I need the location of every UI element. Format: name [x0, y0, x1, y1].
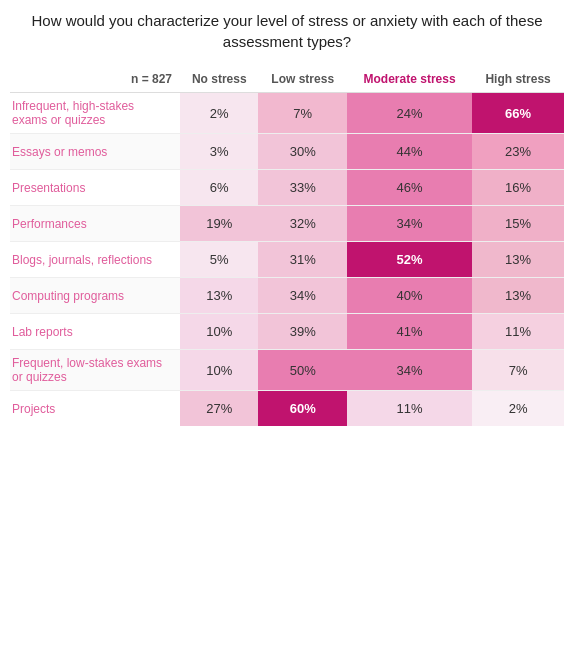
cell-value: 5%: [180, 242, 258, 278]
col-high-stress: High stress: [472, 66, 564, 93]
row-label: Blogs, journals, reflections: [10, 242, 180, 278]
row-label: Essays or memos: [10, 134, 180, 170]
row-label: Performances: [10, 206, 180, 242]
cell-value: 34%: [258, 278, 346, 314]
cell-value: 24%: [347, 93, 472, 134]
col-no-stress: No stress: [180, 66, 258, 93]
cell-value: 46%: [347, 170, 472, 206]
cell-value: 7%: [472, 350, 564, 391]
cell-value: 13%: [472, 278, 564, 314]
cell-value: 44%: [347, 134, 472, 170]
table-row: Frequent, low-stakes exams or quizzes10%…: [10, 350, 564, 391]
cell-value: 33%: [258, 170, 346, 206]
cell-value: 41%: [347, 314, 472, 350]
cell-value: 7%: [258, 93, 346, 134]
cell-value: 39%: [258, 314, 346, 350]
cell-value: 10%: [180, 350, 258, 391]
table-row: Projects27%60%11%2%: [10, 391, 564, 427]
cell-value: 30%: [258, 134, 346, 170]
cell-value: 13%: [472, 242, 564, 278]
cell-value: 2%: [472, 391, 564, 427]
table-row: Infrequent, high-stakes exams or quizzes…: [10, 93, 564, 134]
col-moderate-stress: Moderate stress: [347, 66, 472, 93]
cell-value: 34%: [347, 350, 472, 391]
cell-value: 31%: [258, 242, 346, 278]
col-low-stress: Low stress: [258, 66, 346, 93]
table-row: Performances19%32%34%15%: [10, 206, 564, 242]
cell-value: 6%: [180, 170, 258, 206]
cell-value: 32%: [258, 206, 346, 242]
cell-value: 60%: [258, 391, 346, 427]
table-row: Computing programs13%34%40%13%: [10, 278, 564, 314]
table-row: Blogs, journals, reflections5%31%52%13%: [10, 242, 564, 278]
table-row: Lab reports10%39%41%11%: [10, 314, 564, 350]
row-label: Frequent, low-stakes exams or quizzes: [10, 350, 180, 391]
cell-value: 10%: [180, 314, 258, 350]
cell-value: 23%: [472, 134, 564, 170]
cell-value: 16%: [472, 170, 564, 206]
chart-title: How would you characterize your level of…: [10, 10, 564, 52]
cell-value: 2%: [180, 93, 258, 134]
cell-value: 27%: [180, 391, 258, 427]
cell-value: 66%: [472, 93, 564, 134]
cell-value: 15%: [472, 206, 564, 242]
row-label: Presentations: [10, 170, 180, 206]
row-label: Lab reports: [10, 314, 180, 350]
cell-value: 19%: [180, 206, 258, 242]
table-row: Presentations6%33%46%16%: [10, 170, 564, 206]
row-label: Projects: [10, 391, 180, 427]
cell-value: 11%: [472, 314, 564, 350]
cell-value: 13%: [180, 278, 258, 314]
cell-value: 11%: [347, 391, 472, 427]
row-label: Infrequent, high-stakes exams or quizzes: [10, 93, 180, 134]
cell-value: 40%: [347, 278, 472, 314]
cell-value: 34%: [347, 206, 472, 242]
cell-value: 50%: [258, 350, 346, 391]
n-label: n = 827: [10, 66, 180, 93]
cell-value: 3%: [180, 134, 258, 170]
row-label: Computing programs: [10, 278, 180, 314]
cell-value: 52%: [347, 242, 472, 278]
table-row: Essays or memos3%30%44%23%: [10, 134, 564, 170]
